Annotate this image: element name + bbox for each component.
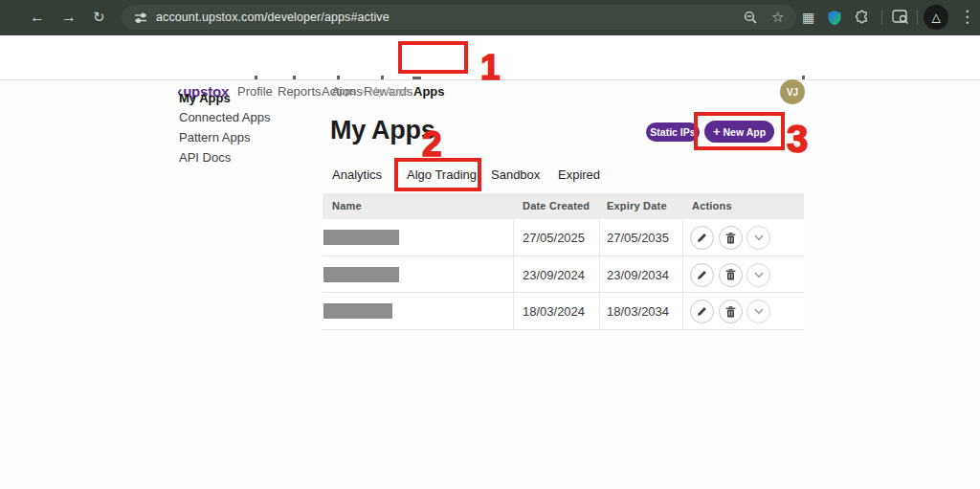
edit-button[interactable] bbox=[690, 226, 714, 250]
trash-icon bbox=[725, 306, 736, 318]
screenshot-root: ← → ↻ account.upstox.com/developer/apps#… bbox=[0, 0, 980, 489]
column-divider bbox=[599, 293, 600, 329]
table-row: 27/05/2025 27/05/2035 bbox=[323, 219, 804, 256]
column-divider bbox=[513, 293, 514, 329]
cropped-content-artifact bbox=[293, 76, 296, 79]
bookmark-star-icon[interactable]: ☆ bbox=[771, 9, 784, 26]
delete-button[interactable] bbox=[719, 263, 743, 287]
date-created-cell: 27/05/2025 bbox=[523, 231, 585, 245]
breadcrumb: Apps›My Apps bbox=[332, 85, 410, 97]
breadcrumb-separator: › bbox=[361, 85, 365, 97]
plus-icon: + bbox=[713, 124, 721, 139]
sidebar-item-my-apps[interactable]: My Apps bbox=[179, 91, 231, 105]
nav-item-reports[interactable]: Reports bbox=[278, 84, 322, 99]
avatar-initials: VJ bbox=[787, 87, 798, 98]
expand-button[interactable] bbox=[746, 300, 770, 323]
column-divider bbox=[682, 219, 683, 256]
browser-profile-avatar[interactable]: △ bbox=[924, 5, 948, 30]
reload-icon[interactable]: ↻ bbox=[93, 10, 105, 24]
chevron-down-icon bbox=[754, 308, 764, 315]
delete-button[interactable] bbox=[719, 300, 743, 323]
date-created-cell: 23/09/2024 bbox=[523, 268, 585, 282]
site-info-icon[interactable] bbox=[134, 11, 147, 24]
redacted-app-name bbox=[323, 230, 399, 245]
redacted-app-name bbox=[323, 267, 399, 282]
pencil-icon bbox=[697, 233, 707, 243]
cropped-content-artifact bbox=[381, 76, 384, 79]
col-expiry-date: Expiry Date bbox=[607, 200, 667, 211]
qr-code-icon[interactable]: ▦ bbox=[802, 11, 814, 24]
column-divider bbox=[599, 219, 600, 256]
expand-button[interactable] bbox=[746, 263, 770, 287]
annotation-number-3: 3 bbox=[787, 121, 807, 157]
cropped-content-artifact bbox=[255, 76, 257, 79]
pencil-icon bbox=[697, 270, 707, 280]
chevron-down-icon bbox=[754, 272, 764, 278]
column-divider bbox=[682, 293, 683, 329]
profile-logo-icon: △ bbox=[931, 11, 940, 24]
expiry-date-cell: 27/05/2035 bbox=[607, 231, 669, 245]
shield-extension-icon[interactable] bbox=[827, 10, 842, 26]
url-text[interactable]: account.upstox.com/developer/apps#active bbox=[156, 11, 390, 24]
toolbar-divider bbox=[917, 11, 918, 25]
nav-item-apps[interactable]: Apps bbox=[413, 84, 445, 99]
back-icon[interactable]: ← bbox=[30, 10, 45, 25]
cropped-content-artifact bbox=[337, 76, 340, 79]
tab-sandbox[interactable]: Sandbox bbox=[491, 167, 540, 182]
nav-item-profile[interactable]: Profile bbox=[237, 84, 273, 99]
breadcrumb-root[interactable]: Apps bbox=[332, 85, 356, 97]
site-header: ‹upstox Profile Reports Actions Rewards … bbox=[0, 35, 980, 80]
trash-icon bbox=[725, 233, 736, 244]
new-app-button[interactable]: +New App bbox=[704, 121, 774, 143]
column-divider bbox=[513, 219, 514, 256]
trash-icon bbox=[725, 269, 736, 280]
toolbar-divider bbox=[881, 11, 882, 25]
tab-algo-trading[interactable]: Algo Trading bbox=[407, 167, 477, 182]
extensions-puzzle-icon[interactable] bbox=[855, 10, 870, 25]
browser-toolbar: ← → ↻ account.upstox.com/developer/apps#… bbox=[0, 0, 980, 35]
column-divider bbox=[599, 256, 600, 293]
address-bar[interactable]: account.upstox.com/developer/apps#active… bbox=[122, 5, 796, 30]
expand-button[interactable] bbox=[746, 226, 770, 250]
zoom-icon[interactable] bbox=[744, 11, 758, 25]
expiry-date-cell: 18/03/2034 bbox=[607, 304, 669, 319]
static-ips-button[interactable]: Static IPs bbox=[646, 122, 700, 142]
sidebar-item-connected-apps[interactable]: Connected Apps bbox=[179, 110, 270, 124]
menu-dots-icon[interactable]: ⋮ bbox=[959, 9, 975, 25]
user-avatar[interactable]: VJ bbox=[780, 79, 805, 104]
pencil-icon bbox=[697, 306, 707, 317]
tab-expired[interactable]: Expired bbox=[558, 167, 600, 182]
sidebar-item-api-docs[interactable]: API Docs bbox=[179, 150, 231, 165]
sidebar-item-pattern-apps[interactable]: Pattern Apps bbox=[179, 130, 250, 144]
col-actions: Actions bbox=[692, 200, 732, 211]
tab-analytics[interactable]: Analytics bbox=[332, 167, 382, 182]
column-divider bbox=[513, 256, 514, 293]
redacted-app-name bbox=[323, 303, 392, 319]
edit-button[interactable] bbox=[690, 300, 714, 323]
page-title: My Apps bbox=[330, 116, 434, 145]
table-row: 23/09/2024 23/09/2034 bbox=[323, 256, 804, 294]
table-header: Name Date Created Expiry Date Actions bbox=[323, 193, 804, 219]
cropped-content-artifact bbox=[412, 77, 421, 79]
table-row: 18/03/2024 18/03/2034 bbox=[323, 293, 804, 330]
delete-button[interactable] bbox=[719, 226, 743, 250]
date-created-cell: 18/03/2024 bbox=[523, 304, 585, 319]
column-divider bbox=[682, 256, 683, 293]
tab-search-icon[interactable] bbox=[892, 10, 909, 25]
forward-icon[interactable]: → bbox=[61, 10, 77, 25]
col-name: Name bbox=[332, 200, 362, 211]
chevron-down-icon bbox=[754, 234, 764, 241]
col-date-created: Date Created bbox=[523, 200, 590, 211]
expiry-date-cell: 23/09/2034 bbox=[607, 268, 669, 282]
breadcrumb-current: My Apps bbox=[369, 85, 410, 97]
edit-button[interactable] bbox=[690, 263, 714, 287]
cropped-content-artifact bbox=[802, 76, 805, 79]
